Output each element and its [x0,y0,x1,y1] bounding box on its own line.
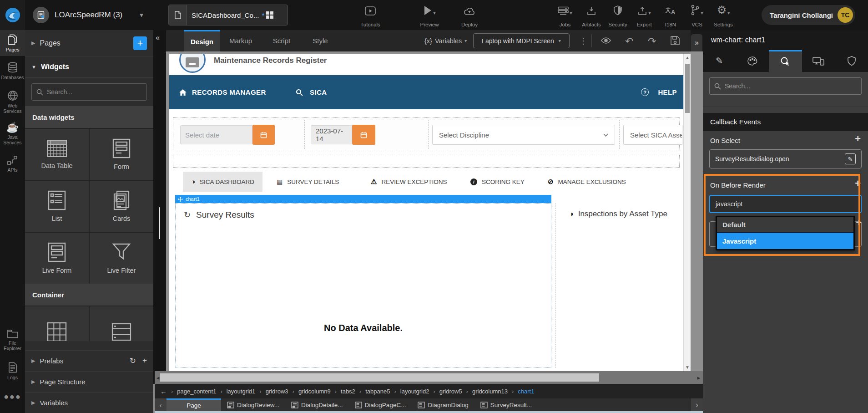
add-on-select-button[interactable]: + [855,134,861,144]
app-nav-help[interactable]: HELP [658,75,677,109]
panel-row-prefabs[interactable]: ▶Prefabs↻+ [25,350,153,371]
topbar-action-preview[interactable]: ▾Preview [415,4,444,27]
topbar-action-jobs[interactable]: ▾Jobs [554,4,576,27]
sidebar-item-more[interactable]: ●●● [0,387,25,407]
artifact-tab-dialogreview[interactable]: DialogReview... [221,398,285,411]
selected-widget-header[interactable]: chart1 [175,195,551,203]
scroll-up-icon[interactable]: ▲ [684,55,691,60]
scrollbar-thumb[interactable] [685,64,690,113]
scroll-down-icon[interactable]: ▼ [684,365,691,370]
panel-row-page-structure[interactable]: ▶Page Structure [25,371,153,392]
artifact-tab-diagramdialog[interactable]: DiagramDialog [412,398,474,411]
panel-scrollbar-thumb[interactable] [159,207,160,239]
design-canvas[interactable]: Maintenance Records Register RECORDS MAN… [169,54,683,371]
topbar-action-settings[interactable]: ⚙▾Settings [712,4,734,27]
date-to-input[interactable]: 2023-07-14 [311,125,352,144]
on-select-value-input[interactable]: SurveyResultsdialog.open ✎ [709,149,862,168]
inspections-chart[interactable]: ◑ Inspections by Asset Type [555,203,680,368]
collapse-left-icon[interactable]: « [156,34,160,42]
artifact-tab-page[interactable]: Page [167,398,221,411]
app-tab-survey-details[interactable]: ▦SURVEY DETAILS [268,172,347,192]
tabs-scroll-right-icon[interactable]: › [691,398,703,411]
panel-row-variables[interactable]: ▶Variables [25,392,153,413]
widgets-section-header[interactable]: ▼ Widgets [25,56,153,78]
breadcrumb-item-layoutgrid1[interactable]: layoutgrid1 [227,388,256,395]
widget-tile-cards[interactable]: Cards [90,181,153,232]
artifact-tab-surveyresult[interactable]: SurveyResult... [474,398,538,411]
breadcrumb-item-tabs2[interactable]: tabs2 [341,388,355,395]
asset-select[interactable]: Select SICA Asse [623,125,682,145]
mode-tab-script[interactable]: Script [261,30,302,51]
widget-tile-list[interactable]: List [25,181,89,232]
breadcrumb-item-gridrow5[interactable]: gridrow5 [439,388,462,395]
breadcrumb-item-gridcolumn9[interactable]: gridcolumn9 [298,388,331,395]
topbar-action-artifacts[interactable]: Artifacts [580,4,602,27]
panel-tab-devices[interactable] [802,50,835,72]
breadcrumb-item-gridcolumn13[interactable]: gridcolumn13 [472,388,508,395]
canvas-vertical-scrollbar[interactable]: ▲ ▼ [683,54,691,371]
refresh-icon[interactable]: ↻ [130,356,136,366]
widget-tile-panel-icon[interactable] [90,306,153,341]
sidebar-item-pages[interactable]: Pages [0,30,25,56]
breadcrumb-item-chart1[interactable]: chart1 [518,388,534,395]
undo-icon[interactable]: ↶ [625,36,633,46]
panel-tab-properties[interactable]: ✎ [703,50,736,72]
project-selector[interactable]: LOArcSpeedRM (3) ▾ [33,0,143,30]
redo-icon[interactable]: ↷ [648,36,656,46]
widget-tile-form[interactable]: Form [90,129,153,180]
artifact-tab-dialogpagec[interactable]: DialogPageC... [349,398,412,411]
sidebar-item-databases[interactable]: Databases [0,56,25,86]
topbar-action-deploy[interactable]: Deploy [455,4,484,27]
artifact-tab-dialogdetaile[interactable]: DialogDetaile... [285,398,349,411]
panel-tab-security[interactable] [835,50,868,72]
tabs-scroll-left-icon[interactable]: ‹ [155,398,167,411]
search-icon[interactable] [296,75,303,109]
edit-icon[interactable]: ✎ [845,153,856,164]
widget-search-input[interactable]: Search... [31,83,147,101]
user-menu[interactable]: Tarangini Chollangi TC [762,5,855,25]
mode-tab-style[interactable]: Style [302,30,338,51]
panel-tab-styles[interactable] [736,50,769,72]
breadcrumb-item-tabpane5[interactable]: tabpane5 [365,388,390,395]
sidebar-item-web-services[interactable]: Web Services [0,86,25,118]
app-tab-manage-exclusions[interactable]: ⊘MANAGE EXCLUSIONS [540,172,634,192]
breadcrumb-item-page-content1[interactable]: page_content1 [177,388,216,395]
breadcrumb-back-icon[interactable]: ← [160,388,167,395]
dropdown-option-javascript[interactable]: Javascript [717,233,853,249]
scrollbar-thumb[interactable] [160,373,599,382]
widget-tile-live-filter[interactable]: Live Filter [90,233,153,284]
app-tab-sica-dashboard[interactable]: ◑SICA DASHBOARD [183,172,262,192]
add-page-button[interactable]: + [133,36,147,50]
add-prefab-icon[interactable]: + [142,356,147,366]
sidebar-item-file-explorer[interactable]: File Explorer [0,325,25,356]
widget-tile-live-form[interactable]: Live Form [25,233,89,284]
calendar-button[interactable] [352,125,375,145]
home-icon[interactable] [179,75,187,109]
variables-button[interactable]: {x} Variables ▾ [424,30,467,51]
mode-tab-design[interactable]: Design [184,30,220,51]
sidebar-item-logs[interactable]: Logs [0,356,25,387]
canvas-horizontal-scrollbar[interactable]: ◂ ▸ [155,371,703,384]
pages-section-header[interactable]: ▶ Pages + [25,30,153,56]
open-file-tab[interactable]: SICADashboard_Co... * [168,5,288,25]
breadcrumb-item-layoutgrid2[interactable]: layoutgrid2 [400,388,429,395]
date-from-input[interactable]: Select date [180,125,252,144]
help-icon[interactable]: ? [641,75,649,109]
app-tab-scoring-key[interactable]: iSCORING KEY [462,172,533,192]
app-nav-brand[interactable]: RECORDS MANAGER [192,75,266,109]
save-icon[interactable] [670,36,680,46]
discipline-select[interactable]: Select Discipline [432,125,615,145]
on-before-render-value-input[interactable]: javascript [709,195,862,213]
widget-tile-data-table[interactable]: Data Table [25,129,89,180]
calendar-button[interactable] [252,125,275,145]
breadcrumb-item-gridrow3[interactable]: gridrow3 [266,388,288,395]
app-tab-review-exceptions[interactable]: ⚠REVIEW EXCEPTIONS [363,172,455,192]
panel-search-input[interactable]: Search... [709,77,862,95]
mode-tab-markup[interactable]: Markup [220,30,261,51]
device-selector[interactable]: Laptop with MDPI Screen ▾ [473,33,570,48]
topbar-action-vcs[interactable]: ▾VCS [686,4,708,27]
panel-tab-events[interactable] [769,50,802,72]
app-nav-search-label[interactable]: SICA [310,75,327,109]
sidebar-item-java-services[interactable]: ☕Java Services [0,118,25,150]
studio-logo[interactable] [0,0,25,30]
